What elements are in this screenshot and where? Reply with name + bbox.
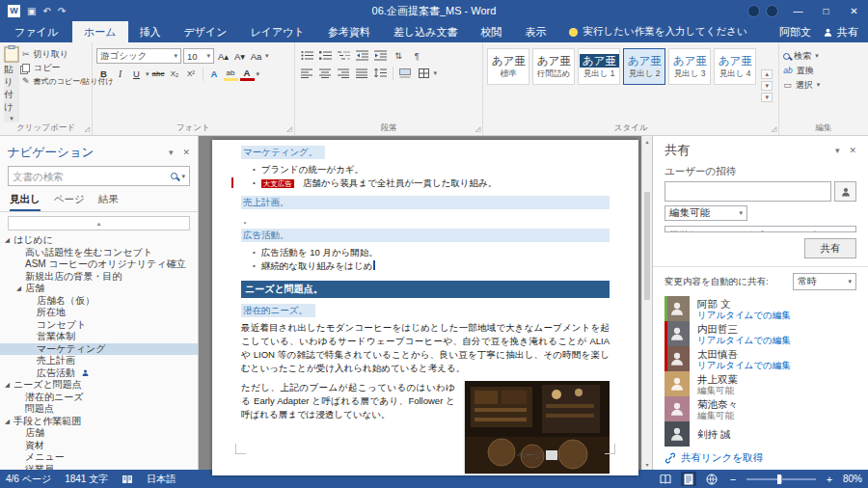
- font-family-combo[interactable]: 游ゴシック▾: [96, 48, 181, 64]
- gallery-down-icon[interactable]: ▾: [761, 81, 773, 91]
- align-center-button[interactable]: [317, 66, 334, 80]
- user-status[interactable]: リアルタイムでの編集: [697, 335, 791, 345]
- search-input[interactable]: [13, 171, 167, 182]
- font-color-button[interactable]: A: [240, 67, 255, 81]
- tab-review[interactable]: 校閲: [469, 21, 513, 42]
- pane-close-icon[interactable]: ✕: [182, 148, 190, 157]
- nav-tab-results[interactable]: 結果: [98, 193, 119, 211]
- nav-item[interactable]: ASM コーヒーのオリジナリティ確立: [0, 258, 198, 271]
- scroll-up-icon[interactable]: ▴: [642, 136, 652, 147]
- tab-layout[interactable]: レイアウト: [239, 21, 316, 42]
- nav-item[interactable]: 高い話題性を生むコンセプト: [0, 247, 198, 259]
- close-button[interactable]: ✕: [840, 0, 868, 21]
- nav-item[interactable]: 所在地: [0, 307, 198, 319]
- document-search-box[interactable]: ▾: [8, 166, 190, 186]
- change-case-button[interactable]: Aa: [249, 49, 263, 64]
- nav-item-current[interactable]: マーケティング: [0, 343, 198, 356]
- pane-menu-icon[interactable]: ▾: [835, 146, 840, 155]
- nav-item[interactable]: コンセプト: [0, 319, 198, 332]
- chevron-down-icon[interactable]: ▾: [181, 173, 185, 180]
- collapse-icon[interactable]: ◢: [5, 236, 14, 244]
- pane-menu-icon[interactable]: ▾: [169, 148, 174, 157]
- auto-share-dropdown[interactable]: 常時▾: [793, 273, 856, 290]
- subscript-button[interactable]: X₂: [168, 67, 182, 81]
- document-page[interactable]: マーケティング。 •ブランドの統一がカギ。 •大支広告店舗から装具まで全社員が一…: [212, 140, 638, 475]
- save-icon[interactable]: ▣: [27, 6, 36, 16]
- user-row[interactable]: 菊池奈々編集可能: [665, 396, 856, 421]
- style-heading4[interactable]: あア亜見出し 4: [714, 48, 756, 85]
- strikethrough-button[interactable]: abc: [151, 67, 166, 81]
- borders-button[interactable]: [416, 66, 432, 80]
- find-button[interactable]: 検索▾: [783, 50, 820, 62]
- line-spacing-button[interactable]: [372, 66, 389, 80]
- align-right-button[interactable]: [336, 66, 352, 80]
- dialog-launcher-icon[interactable]: ◿: [286, 125, 291, 133]
- select-button[interactable]: ▭選択▾: [783, 79, 820, 91]
- paste-button[interactable]: 貼り付け ▾: [4, 45, 19, 122]
- style-heading1[interactable]: あア亜見出し 1: [578, 48, 620, 85]
- gallery-up-icon[interactable]: ▴: [761, 69, 773, 79]
- revision-badge[interactable]: 大支広告: [261, 179, 294, 188]
- account-avatar[interactable]: [747, 5, 760, 17]
- document-scrollbar[interactable]: ▴ ▾: [641, 136, 652, 470]
- nav-item[interactable]: 営業体制: [0, 331, 198, 343]
- nav-item[interactable]: 店舗: [0, 427, 198, 440]
- shrink-font-button[interactable]: A▾: [232, 49, 247, 64]
- nav-jump-bar[interactable]: ▴: [8, 216, 190, 230]
- superscript-button[interactable]: X²: [184, 67, 199, 81]
- share-button[interactable]: 共有: [804, 238, 856, 258]
- dialog-launcher-icon[interactable]: ◿: [475, 125, 480, 133]
- dialog-launcher-icon[interactable]: ◿: [85, 125, 90, 133]
- underline-button[interactable]: U: [129, 67, 144, 81]
- nav-item[interactable]: ◢ニーズと問題点: [0, 379, 198, 392]
- nav-tab-headings[interactable]: 見出し: [10, 193, 41, 211]
- grow-font-button[interactable]: A▴: [216, 49, 231, 64]
- nav-item[interactable]: 資材: [0, 440, 198, 452]
- address-book-button[interactable]: [834, 181, 856, 202]
- user-row[interactable]: 井上双葉編集可能: [665, 371, 856, 396]
- collapse-icon[interactable]: ◢: [5, 381, 14, 389]
- font-size-combo[interactable]: 10▾: [183, 48, 214, 64]
- collapse-icon[interactable]: ◢: [16, 285, 25, 292]
- message-input[interactable]: [665, 226, 856, 232]
- print-layout-button[interactable]: [681, 472, 696, 486]
- gallery-more-icon[interactable]: ▾: [761, 93, 773, 102]
- share-ribbon-button[interactable]: 共有: [823, 25, 858, 40]
- page-indicator[interactable]: 4/6 ページ: [6, 473, 51, 486]
- proofing-icon[interactable]: [122, 474, 133, 484]
- nav-item[interactable]: ◢手段と作業範囲: [0, 416, 198, 428]
- zoom-slider[interactable]: [746, 478, 816, 480]
- signed-in-user[interactable]: 阿部文: [779, 25, 811, 40]
- tab-home[interactable]: ホーム: [72, 21, 128, 42]
- nav-item[interactable]: メニュー: [0, 451, 198, 464]
- bold-button[interactable]: B: [96, 67, 111, 81]
- search-icon[interactable]: [171, 173, 177, 179]
- style-heading3[interactable]: あア亜見出し 3: [668, 48, 711, 85]
- tab-view[interactable]: 表示: [513, 21, 557, 42]
- nav-item[interactable]: 売上計画: [0, 355, 198, 367]
- decrease-indent-button[interactable]: [354, 48, 370, 63]
- undo-icon[interactable]: ↶: [42, 6, 50, 16]
- tab-mailings[interactable]: 差し込み文書: [382, 21, 470, 42]
- tab-insert[interactable]: 挿入: [128, 21, 173, 42]
- word-count[interactable]: 1841 文字: [65, 473, 108, 486]
- read-mode-button[interactable]: [658, 472, 673, 486]
- zoom-out-button[interactable]: −: [727, 474, 739, 485]
- user-status[interactable]: リアルタイムでの編集: [697, 310, 791, 320]
- tell-me-box[interactable]: 実行したい作業を入力してください: [569, 21, 746, 42]
- style-heading2[interactable]: あア亜見出し 2: [623, 48, 665, 85]
- numbering-button[interactable]: [317, 48, 334, 63]
- pane-close-icon[interactable]: ✕: [849, 146, 856, 155]
- italic-button[interactable]: I: [113, 67, 127, 81]
- redo-icon[interactable]: ↷: [58, 6, 66, 16]
- increase-indent-button[interactable]: [372, 48, 389, 63]
- permission-dropdown[interactable]: 編集可能▾: [665, 205, 747, 221]
- user-row[interactable]: 内田哲三リアルタイムでの編集: [665, 321, 856, 346]
- user-row[interactable]: 剣持 誠: [665, 421, 856, 447]
- nav-item[interactable]: ◢店舗: [0, 283, 198, 295]
- nav-item[interactable]: ◢はじめに: [0, 234, 198, 247]
- web-layout-button[interactable]: [704, 472, 719, 486]
- scrollbar-thumb[interactable]: [644, 192, 650, 300]
- dialog-launcher-icon[interactable]: ◿: [772, 125, 776, 133]
- maximize-button[interactable]: □: [812, 0, 840, 21]
